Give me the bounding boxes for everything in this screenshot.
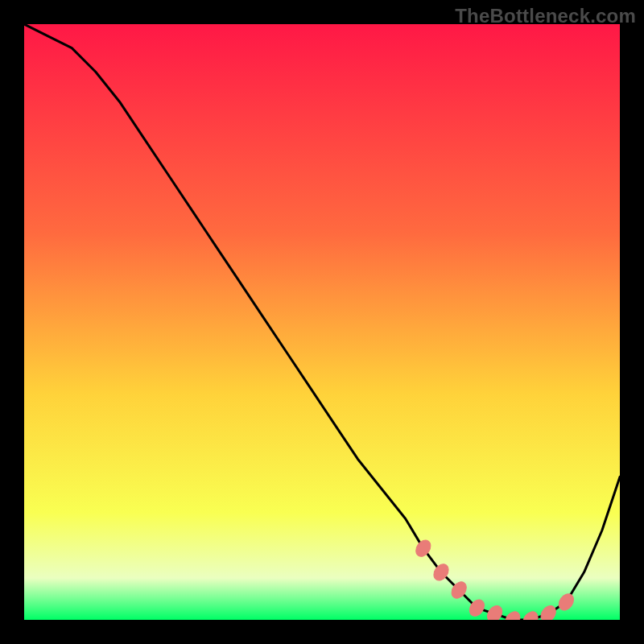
chart-svg <box>24 24 620 620</box>
chart-area <box>24 24 620 620</box>
gradient-background <box>24 24 620 620</box>
stage: TheBottleneck.com <box>0 0 644 644</box>
